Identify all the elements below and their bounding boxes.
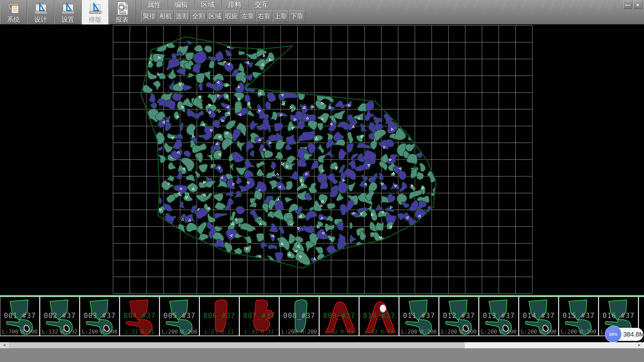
thumbnail-cell-3[interactable]: 003_#37L:200 R:200 (80, 296, 120, 336)
horizontal-scrollbar[interactable]: < > (0, 342, 644, 348)
thumbnail-cell-4[interactable]: 004_#37L:31 R:31 (120, 296, 160, 336)
main-button-1[interactable]: 系统 (0, 0, 27, 24)
menu-tab-5[interactable]: 交互 (248, 0, 275, 10)
thumbnail-cell-11[interactable]: 011_#37L:200 R:200 (399, 296, 439, 336)
piece-shape (2, 298, 39, 335)
tool-button-1[interactable]: 聚排 (141, 10, 157, 22)
thumbnail-cells: 001_#37L:700 R:700002_#37L:132 R:132003_… (0, 296, 644, 336)
thumbnail-cell-12[interactable]: 012_#37L:200 R:200 (439, 296, 479, 336)
piece-shape (121, 298, 158, 335)
piece-shape (401, 298, 438, 335)
menu-tab-2[interactable]: 编辑 (168, 0, 195, 10)
memory-percent-circle: 38% (605, 326, 622, 343)
system-icon (6, 1, 21, 16)
piece-shape (161, 298, 198, 335)
thumbnail-cell-6[interactable]: 006_#37L:21 R:21 (200, 296, 239, 336)
tool-button-8[interactable]: 右靠 (256, 10, 272, 22)
piece-thumbnail-strip: 001_#37L:700 R:700002_#37L:132 R:132003_… (0, 295, 644, 342)
thumbnail-cell-10[interactable]: 010_#37L:33 R:33 (359, 296, 399, 336)
main-button-bar: 系统设计设置排版报表 (0, 0, 136, 24)
thumbnail-cell-13[interactable]: 013_#37L:200 R:200 (479, 296, 519, 336)
main-button-label: 设计 (35, 16, 47, 24)
tool-button-5[interactable]: 区域 (207, 10, 223, 22)
piece-shape (281, 298, 318, 335)
design-icon (34, 1, 48, 16)
menu-tab-1[interactable]: 属性 (141, 0, 168, 10)
menu-tab-3[interactable]: 区域 (195, 0, 221, 10)
tool-button-2[interactable]: 相机 (158, 10, 174, 22)
layout-icon (88, 1, 103, 16)
main-button-label: 报表 (116, 16, 129, 24)
piece-shape (560, 298, 597, 335)
piece-shape (241, 298, 278, 335)
tool-button-6[interactable]: 瑕疵 (223, 10, 239, 22)
thumbnail-cell-5[interactable]: 005_#37L:200 R:200 (160, 296, 200, 336)
menu-tab-bar: 属性编辑区域排料交互 (141, 0, 275, 10)
thumbnail-cell-9[interactable]: 009_#37L:32 R:31 (319, 296, 359, 336)
scrollbar-thumb[interactable] (9, 342, 465, 348)
piece-shape (521, 298, 557, 335)
thumbnail-cell-15[interactable]: 015_#37L:200 R:200 (559, 296, 599, 336)
app-window: 系统设计设置排版报表 属性编辑区域排料交互 聚排相机选割全割区域瑕疵左靠右靠上靠… (0, 0, 644, 362)
minimize-button[interactable]: — (623, 1, 632, 9)
piece-shape (201, 298, 238, 335)
piece-shape (481, 298, 518, 335)
thumbnail-cell-14[interactable]: 014_#37L:200 R:200 (519, 296, 559, 336)
main-button-label: 系统 (7, 16, 20, 24)
nesting-canvas-svg (0, 24, 644, 295)
piece-shape (82, 298, 118, 335)
piece-shape (361, 298, 398, 335)
status-bar (0, 348, 644, 362)
main-button-2[interactable]: 设计 (27, 0, 54, 24)
menu-tab-4[interactable]: 排料 (221, 0, 248, 10)
thumbnail-cell-1[interactable]: 001_#37L:700 R:700 (0, 296, 40, 336)
report-icon (115, 1, 130, 16)
memory-value-label: 384.8M (623, 328, 644, 341)
main-button-5[interactable]: 报表 (109, 0, 136, 24)
scroll-right-arrow-icon[interactable]: > (634, 342, 644, 348)
thumbnail-cell-2[interactable]: 002_#37L:132 R:132 (40, 296, 80, 336)
tool-button-10[interactable]: 下靠 (289, 10, 305, 22)
tool-button-4[interactable]: 全割 (191, 10, 207, 22)
main-button-4[interactable]: 排版 (82, 0, 109, 24)
scroll-left-arrow-icon[interactable]: < (0, 342, 9, 348)
tool-button-3[interactable]: 选割 (174, 10, 190, 22)
thumbnail-cell-8[interactable]: 008_#37L:200 R:200 (279, 296, 319, 336)
settings-icon (61, 1, 75, 16)
tool-button-bar: 聚排相机选割全割区域瑕疵左靠右靠上靠下靠 (141, 10, 306, 22)
tool-button-9[interactable]: 上靠 (273, 10, 289, 22)
window-controls: — × (622, 1, 642, 9)
main-button-label: 设置 (62, 16, 74, 24)
nesting-canvas[interactable] (0, 24, 644, 295)
piece-shape (42, 298, 78, 335)
tool-button-7[interactable]: 左靠 (240, 10, 256, 22)
piece-shape (441, 298, 478, 335)
main-button-label: 排版 (89, 16, 102, 24)
memory-usage-badge: 38% 384.8M (606, 328, 643, 341)
main-button-3[interactable]: 设置 (54, 0, 82, 24)
close-button[interactable]: × (633, 1, 642, 9)
thumbnail-cell-7[interactable]: 007_#37L:31 R:31 (239, 296, 279, 336)
piece-shape (321, 298, 358, 335)
toolbar: 系统设计设置排版报表 属性编辑区域排料交互 聚排相机选割全割区域瑕疵左靠右靠上靠… (0, 0, 644, 24)
